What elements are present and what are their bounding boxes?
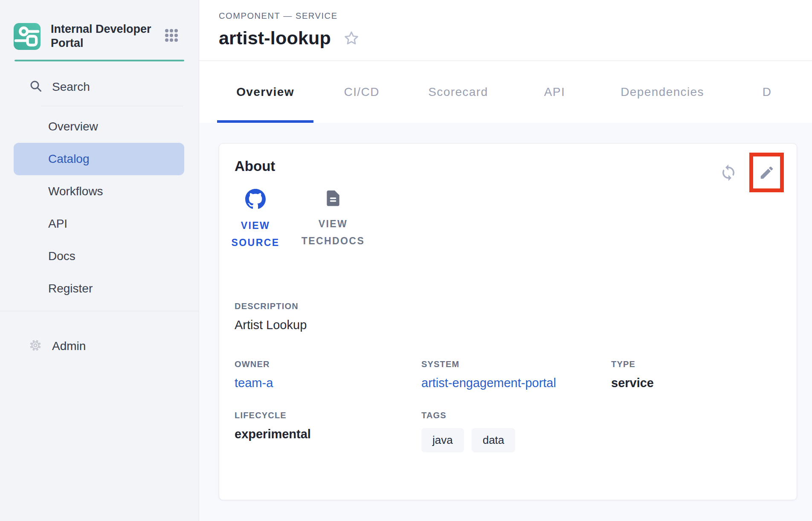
field-lifecycle: LIFECYCLE experimental bbox=[235, 411, 421, 452]
tag-chips: java data bbox=[421, 428, 611, 452]
field-system: SYSTEM artist-engagement-portal bbox=[421, 359, 611, 390]
search-icon bbox=[29, 79, 43, 95]
sidebar-item-catalog[interactable]: Catalog bbox=[14, 143, 184, 175]
view-techdocs-link[interactable]: VIEW TECHDOCS bbox=[301, 189, 365, 251]
type-value: service bbox=[611, 376, 781, 390]
field-label: OWNER bbox=[235, 359, 421, 369]
tab-label: API bbox=[544, 85, 565, 99]
app-title: Internal Developer Portal bbox=[51, 22, 153, 50]
system-link[interactable]: artist-engagement-portal bbox=[421, 376, 611, 390]
tab-content: About bbox=[199, 123, 812, 521]
search-label: Search bbox=[52, 80, 90, 94]
tab-label: Overview bbox=[236, 85, 294, 99]
brand-divider bbox=[14, 60, 184, 61]
link-label-line: SOURCE bbox=[232, 237, 280, 248]
tab-label: Scorecard bbox=[428, 85, 488, 99]
about-card: About bbox=[219, 143, 797, 500]
gear-icon bbox=[28, 338, 43, 354]
apps-grid-icon[interactable] bbox=[164, 28, 179, 45]
tab-truncated[interactable]: D bbox=[722, 61, 812, 123]
page-title: artist-lookup bbox=[219, 28, 331, 49]
field-description: DESCRIPTION Artist Lookup bbox=[235, 301, 781, 332]
divider bbox=[41, 106, 183, 106]
sidebar-item-admin[interactable]: Admin bbox=[0, 330, 199, 362]
field-owner: OWNER team-a bbox=[235, 359, 421, 390]
sidebar-item-register[interactable]: Register bbox=[0, 272, 199, 305]
about-fields-grid: OWNER team-a SYSTEM artist-engagement-po… bbox=[235, 359, 781, 452]
entity-tabs: Overview CI/CD Scorecard API Dependencie… bbox=[199, 61, 812, 123]
admin-label: Admin bbox=[52, 339, 86, 353]
lifecycle-value: experimental bbox=[235, 427, 421, 441]
page-header: COMPONENT — SERVICE artist-lookup bbox=[199, 0, 812, 61]
field-label: SYSTEM bbox=[421, 359, 611, 369]
edit-pencil-icon[interactable] bbox=[759, 165, 775, 181]
link-label-line: VIEW bbox=[241, 220, 270, 231]
sidebar-item-label: Register bbox=[48, 282, 93, 295]
github-icon bbox=[245, 189, 266, 211]
sidebar-item-workflows[interactable]: Workflows bbox=[0, 175, 199, 208]
field-tags: TAGS java data bbox=[421, 411, 611, 452]
tab-scorecard[interactable]: Scorecard bbox=[410, 61, 506, 123]
sidebar-item-label: Overview bbox=[48, 120, 98, 133]
owner-link[interactable]: team-a bbox=[235, 376, 421, 390]
tab-overview[interactable]: Overview bbox=[217, 61, 313, 123]
view-source-link[interactable]: VIEW SOURCE bbox=[223, 189, 287, 251]
techdocs-document-icon bbox=[324, 189, 342, 209]
sidebar-item-overview[interactable]: Overview bbox=[0, 110, 199, 143]
entity-links: VIEW SOURCE VIEW TECHDOCS bbox=[223, 189, 781, 251]
sidebar-item-api[interactable]: API bbox=[0, 208, 199, 240]
sidebar-item-label: Workflows bbox=[48, 185, 103, 198]
refresh-icon[interactable] bbox=[719, 164, 737, 182]
tab-label: CI/CD bbox=[344, 85, 380, 99]
sidebar-search[interactable]: Search bbox=[0, 73, 199, 101]
favorite-star-icon[interactable] bbox=[343, 30, 360, 49]
divider bbox=[0, 311, 199, 311]
app-logo-icon bbox=[14, 23, 41, 50]
link-label-line: VIEW bbox=[319, 218, 348, 229]
sidebar-nav: Overview Catalog Workflows API Docs Regi… bbox=[0, 110, 199, 305]
sidebar-item-docs[interactable]: Docs bbox=[0, 240, 199, 272]
about-card-title: About bbox=[235, 156, 781, 174]
sidebar-item-label: Catalog bbox=[48, 152, 90, 166]
about-card-actions bbox=[719, 153, 784, 192]
tag-chip[interactable]: java bbox=[421, 428, 464, 452]
view-techdocs-label: VIEW TECHDOCS bbox=[302, 215, 365, 249]
brand-row: Internal Developer Portal bbox=[0, 0, 199, 50]
description-value: Artist Lookup bbox=[235, 318, 781, 332]
field-label: TAGS bbox=[421, 411, 611, 420]
sidebar-item-label: API bbox=[48, 217, 67, 231]
main-area: COMPONENT — SERVICE artist-lookup Overvi… bbox=[199, 0, 812, 521]
tag-chip[interactable]: data bbox=[472, 428, 516, 452]
view-source-label: VIEW SOURCE bbox=[232, 217, 280, 251]
annotation-highlight-box bbox=[749, 153, 784, 192]
sidebar-item-label: Docs bbox=[48, 249, 75, 263]
link-label-line: TECHDOCS bbox=[302, 235, 365, 246]
field-type: TYPE service bbox=[611, 359, 781, 390]
grid-spacer bbox=[611, 411, 781, 452]
entity-kind-eyebrow: COMPONENT — SERVICE bbox=[219, 11, 812, 21]
tab-cicd[interactable]: CI/CD bbox=[313, 61, 410, 123]
tab-api[interactable]: API bbox=[506, 61, 603, 123]
field-label: TYPE bbox=[611, 359, 781, 369]
field-label: DESCRIPTION bbox=[235, 301, 781, 311]
field-label: LIFECYCLE bbox=[235, 411, 421, 420]
sidebar: Internal Developer Portal Search Overvie… bbox=[0, 0, 199, 521]
tab-label: Dependencies bbox=[621, 85, 704, 99]
tab-dependencies[interactable]: Dependencies bbox=[603, 61, 722, 123]
tab-label: D bbox=[763, 85, 772, 99]
